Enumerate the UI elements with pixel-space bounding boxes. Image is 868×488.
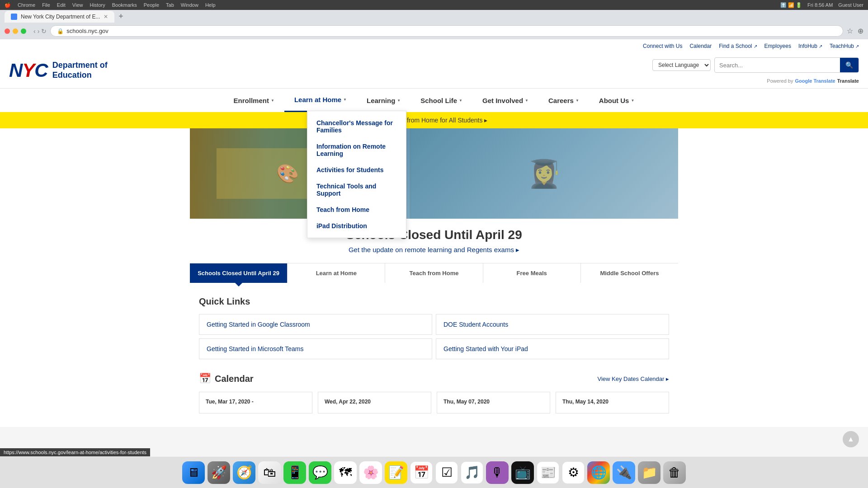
dropdown-remote-learning[interactable]: Information on Remote Learning (307, 138, 406, 162)
history-menu-item[interactable]: History (90, 2, 105, 8)
dropdown-teach-from-home[interactable]: Teach from Home (307, 202, 406, 218)
site-header: NYC Department of Education Select Langu… (0, 53, 868, 88)
nav-get-involved[interactable]: Get Involved ▼ (472, 89, 538, 112)
help-menu-item[interactable]: Help (205, 2, 216, 8)
tab-menu-item[interactable]: Tab (166, 2, 174, 8)
window-menu-item[interactable]: Window (181, 2, 198, 8)
nav-careers[interactable]: Careers ▼ (538, 89, 589, 112)
dock-photos-icon[interactable]: 🌸 (359, 461, 382, 484)
announcement-banner[interactable]: Learning from Home for All Students ▸ (0, 112, 868, 128)
dock-settings-icon[interactable]: ⚙ (562, 461, 585, 484)
connect-with-us-link[interactable]: Connect with Us (643, 43, 682, 49)
find-a-school-link[interactable]: Find a School ↗ (719, 43, 757, 49)
quick-link-microsoft-teams[interactable]: Getting Started in Microsoft Teams (199, 338, 432, 359)
tab-title: New York City Department of E... (21, 14, 100, 20)
nav-enrollment[interactable]: Enrollment ▼ (224, 89, 284, 112)
employees-link[interactable]: Employees (764, 43, 791, 49)
quick-links-title: Quick Links (199, 296, 669, 307)
browser-tab-bar: New York City Department of E... ✕ + (0, 10, 868, 23)
window-maximize-button[interactable] (21, 28, 26, 34)
dropdown-technical-tools[interactable]: Technical Tools and Support (307, 178, 406, 202)
window-close-button[interactable] (5, 28, 10, 34)
nav-dropdown-arrow-4: ▼ (459, 99, 462, 103)
search-button[interactable]: 🔍 (840, 58, 859, 72)
tab-favicon (11, 14, 17, 20)
dock-appstore-icon[interactable]: 🛍 (258, 461, 281, 484)
back-button[interactable]: ‹ (33, 28, 36, 35)
dock-reminders-icon[interactable]: ☑ (435, 461, 458, 484)
window-minimize-button[interactable] (13, 28, 18, 34)
tab-middle-school-offers[interactable]: Middle School Offers (581, 263, 678, 283)
nav-about-us[interactable]: About Us ▼ (589, 89, 645, 112)
new-tab-button[interactable]: + (114, 10, 127, 23)
forward-button[interactable]: › (38, 28, 40, 35)
dock-trash-icon[interactable]: 🗑 (663, 461, 686, 484)
people-menu-item[interactable]: People (144, 2, 159, 8)
view-all-calendar-link[interactable]: View Key Dates Calendar ▸ (597, 375, 669, 382)
chrome-menu-item[interactable]: Chrome (18, 2, 35, 8)
dock-stickies-icon[interactable]: 📝 (385, 461, 407, 484)
external-link-icon: ↗ (754, 44, 757, 49)
hero-subtitle[interactable]: Get the update on remote learning and Re… (199, 246, 669, 254)
address-text: schools.nyc.gov (66, 28, 108, 34)
search-input[interactable] (715, 59, 840, 71)
dropdown-ipad-distribution[interactable]: iPad Distribution (307, 218, 406, 234)
dock-news-icon[interactable]: 📰 (537, 461, 559, 484)
dock-chrome-icon[interactable]: 🌐 (587, 461, 610, 484)
dock-finder-icon[interactable]: 🖥 (182, 461, 205, 484)
dock-podcasts-icon[interactable]: 🎙 (486, 461, 509, 484)
nav-dropdown-arrow-5: ▼ (525, 99, 528, 103)
quick-link-google-classroom[interactable]: Getting Started in Google Classroom (199, 314, 432, 335)
logo-area[interactable]: NYC Department of Education (9, 61, 108, 80)
back-to-top-button[interactable]: ▲ (843, 431, 859, 447)
dock-calendar-icon[interactable]: 📅 (410, 461, 433, 484)
dock-launchpad-icon[interactable]: 🚀 (208, 461, 230, 484)
bookmark-icon[interactable]: ☆ (847, 27, 853, 35)
nav-learning[interactable]: Learning ▼ (357, 89, 410, 112)
browser-controls-bar: ‹ › ↻ 🔒 schools.nyc.gov ☆ ⊕ (0, 23, 868, 39)
tab-teach-from-home[interactable]: Teach from Home (385, 263, 483, 283)
view-menu-item[interactable]: View (72, 2, 83, 8)
mac-menu-bar: 🍎 Chrome File Edit View History Bookmark… (0, 0, 868, 10)
dock-tv-icon[interactable]: 📺 (511, 461, 534, 484)
dock-finder2-icon[interactable]: 📁 (638, 461, 660, 484)
tab-close-button[interactable]: ✕ (104, 14, 108, 20)
infohub-link[interactable]: InfoHub ↗ (798, 43, 822, 49)
tab-free-meals[interactable]: Free Meals (483, 263, 581, 283)
hero-title: Schools Closed Until April 29 (199, 228, 669, 242)
dock-messages-icon[interactable]: 💬 (309, 461, 331, 484)
lock-icon: 🔒 (57, 28, 64, 34)
calendar-link[interactable]: Calendar (689, 43, 712, 49)
nav-school-life[interactable]: School Life ▼ (410, 89, 472, 112)
search-bar[interactable]: 🔍 (714, 57, 859, 73)
dock-safari-icon[interactable]: 🧭 (233, 461, 255, 484)
refresh-button[interactable]: ↻ (41, 28, 47, 35)
browser-tab[interactable]: New York City Department of E... ✕ (5, 11, 114, 23)
quick-links-section: Quick Links Getting Started in Google Cl… (199, 296, 669, 359)
dock-maps-icon[interactable]: 🗺 (334, 461, 357, 484)
teachhub-link[interactable]: TeachHub ↗ (830, 43, 859, 49)
calendar-card-2[interactable]: Wed, Apr 22, 2020 (318, 392, 431, 413)
edit-menu-item[interactable]: Edit (57, 2, 66, 8)
tab-learn-at-home[interactable]: Learn at Home (288, 263, 385, 283)
apple-menu[interactable]: 🍎 (5, 2, 11, 8)
calendar-card-4[interactable]: Thu, May 14, 2020 (556, 392, 669, 413)
dock-facetime-icon[interactable]: 📱 (283, 461, 306, 484)
file-menu-item[interactable]: File (42, 2, 50, 8)
dock-app-extension-icon[interactable]: 🔌 (613, 461, 635, 484)
bookmarks-menu-item[interactable]: Bookmarks (112, 2, 137, 8)
utility-navigation: Connect with Us Calendar Find a School ↗… (0, 39, 868, 53)
dock-itunes-icon[interactable]: 🎵 (461, 461, 483, 484)
quick-link-ipad[interactable]: Getting Started with Your iPad (436, 338, 669, 359)
calendar-card-3[interactable]: Thu, May 07, 2020 (437, 392, 550, 413)
calendar-card-1[interactable]: Tue, Mar 17, 2020 - (199, 392, 312, 413)
dropdown-activities-students[interactable]: Activities for Students (307, 162, 406, 178)
address-bar[interactable]: 🔒 schools.nyc.gov (50, 25, 843, 37)
nav-learn-at-home[interactable]: Learn at Home ▼ Chancellor's Message for… (284, 89, 357, 112)
quick-link-doe-student-accounts[interactable]: DOE Student Accounts (436, 314, 669, 335)
extensions-icon[interactable]: ⊕ (858, 27, 863, 35)
tab-schools-closed[interactable]: Schools Closed Until April 29 (190, 263, 288, 283)
language-selector[interactable]: Select Language (652, 59, 711, 71)
dropdown-chancellors-message[interactable]: Chancellor's Message for Families (307, 115, 406, 138)
system-icons: ⬆️ 📶 🔋 (780, 2, 802, 8)
